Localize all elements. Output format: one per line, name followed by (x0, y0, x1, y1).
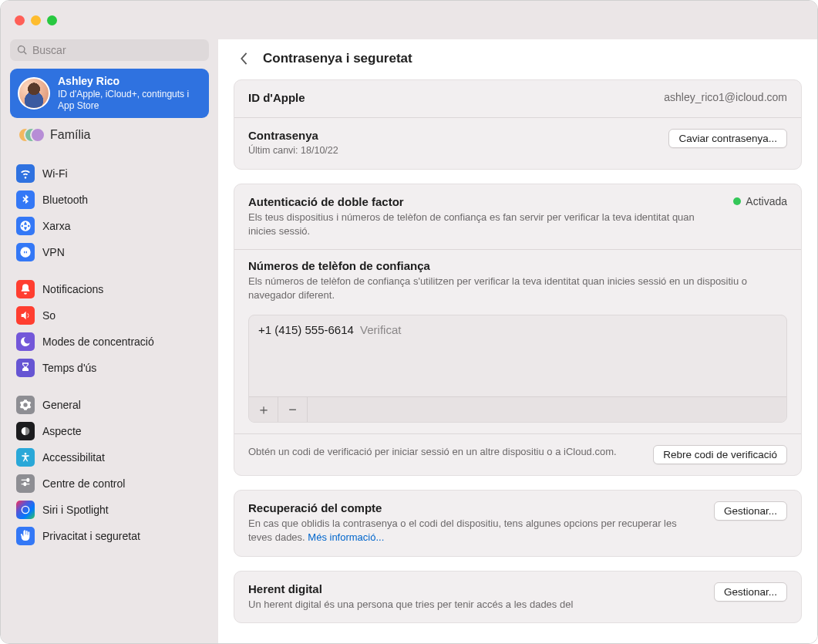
trusted-phone-row[interactable]: +1 (415) 555-6614 Verificat (249, 315, 786, 344)
settings-window: Ashley Rico ID d'Apple, iCloud+, conting… (0, 0, 818, 644)
trusted-section: Números de telèfon de confiança Els núme… (234, 250, 801, 315)
sidebar-item-focus[interactable]: Modes de concentració (10, 329, 209, 355)
appleid-label: ID d'Apple (248, 91, 650, 104)
minimize-window-button[interactable] (31, 15, 41, 25)
search-input[interactable] (32, 44, 202, 56)
get-verification-code-button[interactable]: Rebre codi de verificació (653, 445, 787, 464)
sidebar-item-label: Privacitat i seguretat (42, 530, 140, 542)
sidebar-item-label: So (42, 309, 56, 322)
avatar (18, 77, 50, 110)
sidebar-item-label: Xarxa (42, 220, 71, 232)
nav-group-network: Wi-Fi Bluetooth Xarxa VPN (10, 160, 209, 265)
sidebar-item-label: Temps d'ús (42, 362, 96, 374)
chevron-left-icon (238, 52, 249, 66)
row-legacy: Herent digital Un herent digital és una … (234, 572, 801, 622)
sidebar-item-accessibility[interactable]: Accessibilitat (10, 444, 209, 470)
sidebar-item-controlcenter[interactable]: Centre de control (10, 470, 209, 497)
account-text: Ashley Rico ID d'Apple, iCloud+, conting… (58, 75, 201, 112)
window-body: Ashley Rico ID d'Apple, iCloud+, conting… (1, 39, 817, 643)
accessibility-icon (16, 448, 35, 467)
nav-group-alerts: Notificacions So Modes de concentració T… (10, 276, 209, 381)
card-recovery: Recuperació del compte En cas que oblidi… (234, 490, 802, 556)
card-appleid-password: ID d'Apple ashley_rico1@icloud.com Contr… (234, 79, 802, 170)
account-subtitle: ID d'Apple, iCloud+, continguts i App St… (58, 89, 201, 112)
sidebar-item-general[interactable]: General (10, 392, 209, 418)
legacy-description: Un herent digital és una persona que tri… (248, 598, 700, 612)
sidebar-item-family[interactable]: Família (10, 120, 209, 150)
getcode-description: Obtén un codi de verificació per iniciar… (248, 445, 639, 459)
sidebar-item-notifications[interactable]: Notificacions (10, 276, 209, 302)
sidebar-item-siri[interactable]: Siri i Spotlight (10, 497, 209, 523)
recovery-description: En cas que oblidis la contrasenya o el c… (248, 517, 700, 545)
sidebar-item-label: Bluetooth (42, 194, 88, 206)
bluetooth-icon (16, 191, 35, 209)
sidebar-item-label: General (42, 399, 81, 411)
sidebar-item-screentime[interactable]: Temps d'ús (10, 355, 209, 381)
search-icon (17, 45, 28, 56)
vpn-icon (16, 243, 35, 261)
appleid-value: ashley_rico1@icloud.com (664, 91, 787, 103)
sidebar: Ashley Rico ID d'Apple, iCloud+, conting… (1, 39, 218, 643)
globe-icon (16, 217, 35, 235)
traffic-lights (15, 15, 57, 25)
legacy-manage-button[interactable]: Gestionar... (714, 582, 787, 602)
page-title: Contrasenya i seguretat (263, 51, 412, 66)
sidebar-item-label: Siri i Spotlight (42, 504, 109, 516)
main-header: Contrasenya i seguretat (218, 39, 817, 79)
siri-icon (16, 501, 35, 519)
trusted-phone-list: +1 (415) 555-6614 Verificat ＋ − (248, 315, 787, 423)
speaker-icon (16, 306, 35, 325)
close-window-button[interactable] (15, 15, 25, 25)
sidebar-item-label: Wi-Fi (42, 167, 68, 180)
remove-phone-button[interactable]: − (278, 397, 308, 422)
hand-icon (16, 527, 35, 545)
sidebar-item-wifi[interactable]: Wi-Fi (10, 160, 209, 187)
row-getcode: Obtén un codi de verificació per iniciar… (234, 434, 801, 475)
sidebar-item-bluetooth[interactable]: Bluetooth (10, 187, 209, 213)
recovery-label: Recuperació del compte (248, 501, 700, 514)
appearance-icon (16, 422, 35, 440)
plus-icon: ＋ (257, 400, 271, 419)
trusted-description: Els números de telèfon de confiança s'ut… (248, 275, 787, 302)
change-password-button[interactable]: Caviar contrasenya... (668, 129, 787, 148)
nav-group-system: General Aspecte Accessibilitat Centre de… (10, 392, 209, 549)
family-avatars-icon (18, 126, 42, 144)
twofactor-status: Activada (733, 195, 787, 207)
sidebar-item-sound[interactable]: So (10, 302, 209, 329)
maximize-window-button[interactable] (47, 15, 57, 25)
sidebar-item-appleid[interactable]: Ashley Rico ID d'Apple, iCloud+, conting… (10, 69, 209, 118)
sidebar-item-appearance[interactable]: Aspecte (10, 418, 209, 444)
card-twofactor: Autenticació de doble factor Els teus di… (234, 184, 802, 477)
bell-icon (16, 280, 35, 298)
recovery-more-info-link[interactable]: Més informació... (308, 531, 384, 543)
sidebar-item-label: Notificacions (42, 283, 103, 295)
recovery-manage-button[interactable]: Gestionar... (714, 501, 787, 521)
search-field[interactable] (10, 39, 209, 61)
trusted-phone-number: +1 (415) 555-6614 (258, 323, 354, 336)
back-button[interactable] (235, 50, 252, 67)
sliders-icon (16, 474, 35, 493)
twofactor-status-text: Activada (746, 195, 787, 207)
row-password: Contrasenya Últim canvi: 18/10/22 Caviar… (234, 117, 801, 169)
hourglass-icon (16, 359, 35, 377)
legacy-label: Herent digital (248, 582, 700, 595)
main-panel: Contrasenya i seguretat ID d'Apple ashle… (218, 39, 817, 643)
sidebar-item-vpn[interactable]: VPN (10, 239, 209, 265)
sidebar-item-label: Família (50, 128, 90, 142)
titlebar (1, 1, 817, 39)
minus-icon: − (288, 402, 297, 418)
sidebar-item-network[interactable]: Xarxa (10, 213, 209, 239)
password-lastchanged: Últim canvi: 18/10/22 (248, 144, 655, 158)
sidebar-item-label: Accessibilitat (42, 451, 105, 464)
sidebar-item-privacy[interactable]: Privacitat i seguretat (10, 523, 209, 549)
trusted-label: Números de telèfon de confiança (248, 259, 787, 272)
content: ID d'Apple ashley_rico1@icloud.com Contr… (218, 79, 817, 643)
sidebar-item-label: Modes de concentració (42, 335, 154, 348)
row-appleid: ID d'Apple ashley_rico1@icloud.com (234, 80, 801, 117)
add-phone-button[interactable]: ＋ (249, 397, 278, 422)
status-dot-icon (733, 197, 741, 205)
sidebar-item-label: VPN (42, 246, 65, 258)
account-name: Ashley Rico (58, 75, 201, 89)
trusted-phone-verified: Verificat (360, 323, 401, 336)
svg-point-0 (22, 506, 29, 513)
